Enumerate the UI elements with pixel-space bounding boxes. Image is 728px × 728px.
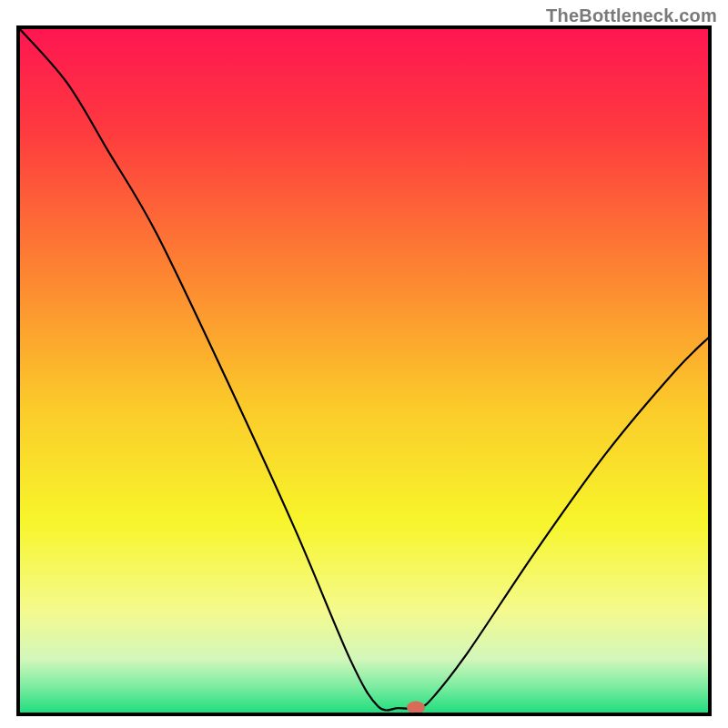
attribution-text: TheBottleneck.com (546, 5, 717, 26)
optimal-point-marker (407, 701, 425, 713)
bottleneck-chart (0, 0, 728, 728)
chart-container: TheBottleneck.com (0, 0, 728, 728)
gradient-background (18, 27, 710, 714)
